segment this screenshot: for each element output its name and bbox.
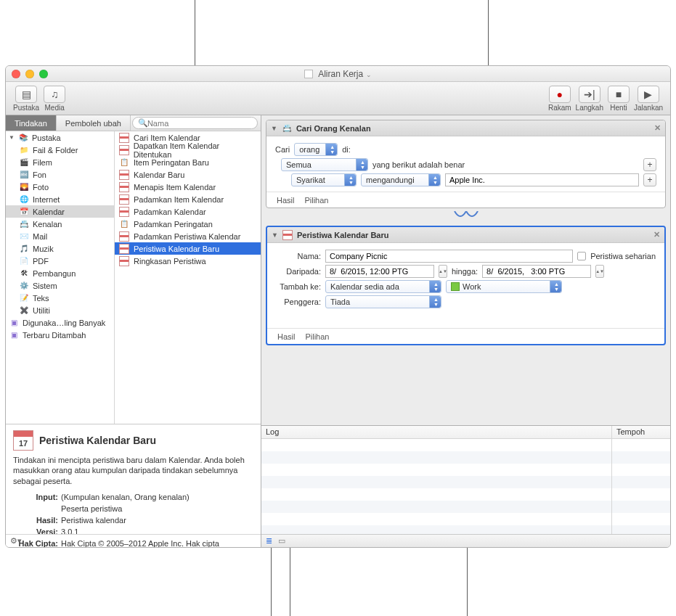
all-day-checkbox[interactable] [577,252,586,260]
options-tab[interactable]: Pilihan [304,196,328,205]
reminders-icon: 📋 [119,219,129,229]
calendar-select[interactable]: Work▲▼ [446,280,562,293]
run-button[interactable]: ▶ Jalankan [632,86,664,112]
add-condition-button[interactable]: + [643,173,656,186]
category-item[interactable]: 🛠Pembangun [6,267,114,279]
smart-folder-most-used[interactable]: ▣Digunaka…ling Banyak [6,316,114,329]
media-button[interactable]: ♫ Media [42,86,67,112]
smart-folder-recent[interactable]: ▣Terbaru Ditambah [6,329,114,341]
field-select[interactable]: Syarikat▲▼ [291,173,357,186]
media-icon: ♫ [51,89,59,100]
event-name-input[interactable] [325,250,573,263]
collapse-detail-icon[interactable]: ⌄ [28,536,34,546]
disclosure-icon[interactable]: ▼ [271,125,277,132]
disclosure-icon[interactable]: ▼ [272,231,278,239]
log-view-icon[interactable]: ≣ [266,536,272,546]
disclosure-icon[interactable]: ▼ [9,134,15,141]
category-item[interactable]: 🎵Muzik [6,242,114,255]
record-button[interactable]: ● Rakam [547,86,573,112]
action-item[interactable]: Dapatkan Item Kalendar Ditentukan [115,144,261,156]
duration-header[interactable]: Tempoh [612,426,670,439]
category-item[interactable]: 🎬Filem [6,156,114,168]
category-item[interactable]: ✖️Utiliti [6,304,114,316]
action-card-new-calendar-event[interactable]: ▼ Peristiwa Kalendar Baru ✕ Nama: Perist… [266,226,666,345]
action-list[interactable]: Cari Item Kalendar Dapatkan Item Kalenda… [115,131,261,424]
detail-title: 17 Peristiwa Kalendar Baru [13,430,253,451]
category-item[interactable]: 🌄Foto [6,181,114,193]
action-item[interactable]: Ringkasan Peristiwa [115,255,261,267]
sidebar-icon: ▤ [22,89,31,100]
title-dropdown-icon[interactable]: ⌄ [366,71,372,78]
card-title: Peristiwa Kalendar Baru [297,231,389,239]
add-rule-button[interactable]: + [643,158,656,171]
text-icon: 📝 [19,293,29,303]
calendar-color-swatch [451,282,460,291]
developer-icon: 🛠 [19,268,29,279]
step-button[interactable]: ➔| Langkah [574,86,605,112]
calendar-icon [119,244,129,254]
close-icon[interactable]: ✕ [653,230,660,239]
gear-menu-icon[interactable]: ⚙︎▾ [10,536,22,546]
category-item[interactable]: 📄PDF [6,255,114,267]
action-item[interactable]: Padamkan Kalendar [115,205,261,218]
from-datetime-input[interactable] [325,265,434,278]
variable-view-icon[interactable]: ▭ [278,536,285,546]
category-item-calendar[interactable]: 📅Kalendar [6,205,114,218]
action-item-new-calendar-event[interactable]: Peristiwa Kalendar Baru [115,242,261,255]
search-icon: 🔍 [138,118,148,128]
smart-folder-icon: ▣ [9,330,19,340]
library-root[interactable]: ▼ 📚 Pustaka [6,131,114,144]
results-tab[interactable]: Hasil [277,196,294,205]
search-field-wrap: 🔍 [131,115,261,131]
action-item[interactable]: Menapis Item Kalendar [115,181,261,193]
music-icon: 🎵 [19,244,29,254]
photo-icon: 🌄 [19,182,29,192]
calendar-icon: 📅 [19,207,29,217]
category-item[interactable]: ⚙️Sistem [6,279,114,292]
log-header[interactable]: Log [261,426,611,439]
action-item[interactable]: 📋Padamkan Peringatan [115,218,261,230]
results-tab[interactable]: Hasil [277,332,295,341]
library-toggle-button[interactable]: ▤ Pustaka [12,86,41,112]
category-list[interactable]: ▼ 📚 Pustaka 📁Fail & Folder 🎬Filem 🔤Fon 🌄… [6,131,115,424]
category-item[interactable]: 📝Teks [6,292,114,304]
value-input[interactable] [445,173,639,186]
close-icon[interactable]: ✕ [654,123,661,133]
alarm-select[interactable]: Tiada▲▼ [325,295,441,308]
folder-icon: 📁 [19,145,29,155]
action-item[interactable]: Padamkan Peristiwa Kalendar [115,230,261,242]
from-stepper[interactable]: ▲▼ [439,265,447,278]
action-item[interactable]: Kalendar Baru [115,168,261,181]
workflow-canvas[interactable]: ▼ 📇 Cari Orang Kenalan ✕ Cari orang▲▼ di… [261,115,670,425]
operator-select[interactable]: mengandungi▲▼ [361,173,441,186]
document-proxy-icon[interactable] [304,70,313,78]
add-to-select[interactable]: Kalendar sedia ada▲▼ [325,280,441,293]
scope-select[interactable]: Semua▲▼ [281,158,368,171]
calendar-icon [119,231,129,242]
stop-icon: ■ [616,89,622,100]
action-item[interactable]: Padamkan Item Kalendar [115,193,261,205]
to-stepper[interactable]: ▲▼ [595,265,604,278]
duration-list[interactable] [612,439,670,534]
options-tab[interactable]: Pilihan [305,332,329,341]
tab-actions[interactable]: Tindakan [6,115,57,131]
category-item[interactable]: ✉️Mail [6,230,114,242]
contacts-icon: 📇 [282,123,292,134]
search-input[interactable] [132,117,258,129]
category-item[interactable]: 🌐Internet [6,193,114,205]
toolbar: ▤ Pustaka ♫ Media ● Rakam ➔| Langkah ■ H… [6,82,670,115]
category-item[interactable]: 🔤Fon [6,168,114,181]
category-item[interactable]: 📇Kenalan [6,218,114,230]
calendar-icon [119,256,129,266]
stop-button[interactable]: ■ Henti [606,86,631,112]
utilities-icon: ✖️ [19,305,29,316]
category-item[interactable]: 📁Fail & Folder [6,144,114,156]
action-card-find-contacts[interactable]: ▼ 📇 Cari Orang Kenalan ✕ Cari orang▲▼ di… [266,120,666,208]
window-title: Aliran Kerja ⌄ [6,69,670,79]
tab-variables[interactable]: Pemboleh ubah [57,115,131,131]
connector-icon [266,211,666,223]
log-list[interactable] [261,439,611,534]
reminders-icon: 📋 [119,157,129,168]
find-type-select[interactable]: orang▲▼ [294,143,338,156]
to-datetime-input[interactable] [482,265,591,278]
